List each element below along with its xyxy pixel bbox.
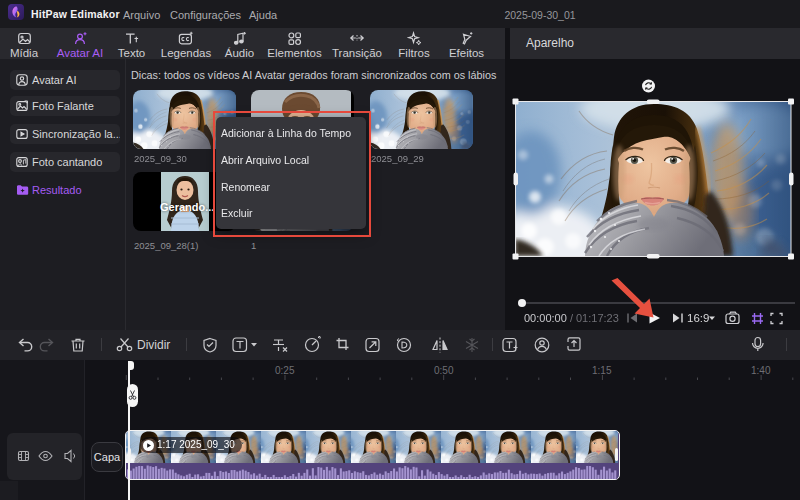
svg-text:16:9: 16:9 (687, 312, 709, 324)
